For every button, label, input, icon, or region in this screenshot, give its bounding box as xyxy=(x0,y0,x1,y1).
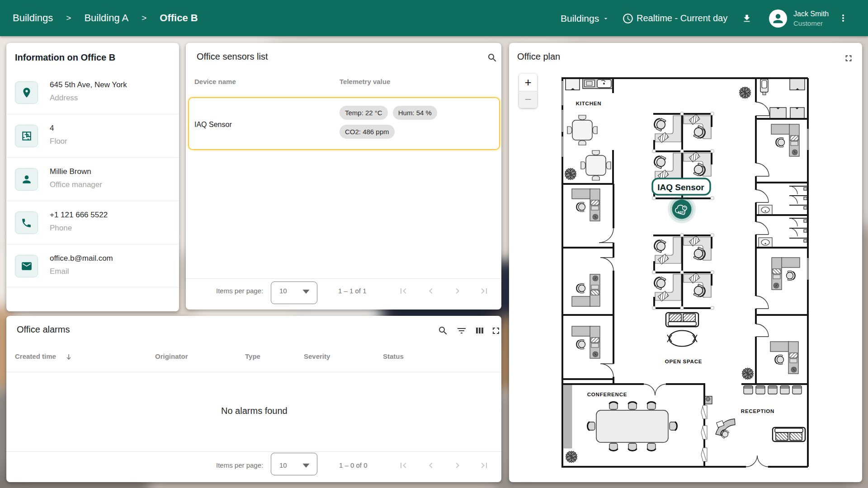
svg-text:IAQ Sensor: IAQ Sensor xyxy=(657,183,704,192)
svg-text:OPEN SPACE: OPEN SPACE xyxy=(665,359,703,364)
svg-text:KITCHEN: KITCHEN xyxy=(576,101,602,106)
svg-text:AQI: AQI xyxy=(678,211,684,214)
svg-text:RECEPTION: RECEPTION xyxy=(741,408,774,414)
svg-text:CONFERENCE: CONFERENCE xyxy=(587,392,627,397)
